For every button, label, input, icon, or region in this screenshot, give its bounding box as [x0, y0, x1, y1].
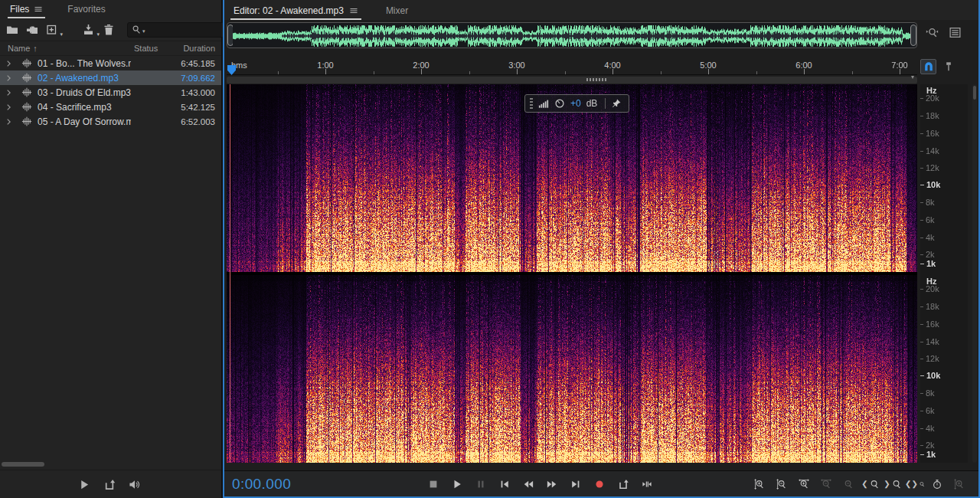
file-row[interactable]: 03 - Druids Of Eld.mp31:43.000 [0, 85, 221, 100]
record-button[interactable] [590, 475, 609, 493]
zoom-navigate-icon[interactable] [926, 26, 939, 39]
column-status[interactable]: Status [134, 44, 174, 53]
play-icon [452, 479, 462, 490]
ruler-major-tick [708, 69, 709, 74]
loop-icon [618, 479, 629, 490]
freq-label: 10k [920, 180, 940, 189]
ruler-time-label: 6:00 [795, 61, 812, 70]
file-row[interactable]: 05 - A Day Of Sorrow.mp36:52.003 [0, 114, 221, 129]
spectrogram-display[interactable]: +0 dB [227, 84, 917, 463]
hud-pin-icon[interactable] [611, 98, 622, 109]
gain-value[interactable]: +0 [570, 98, 581, 109]
freq-label: 18k [920, 111, 939, 120]
freq-label-text: 1k [926, 450, 936, 459]
chevron-right-icon[interactable] [5, 103, 13, 111]
skip-to-start-button[interactable] [495, 475, 514, 493]
tab-favorites[interactable]: Favorites [65, 1, 107, 18]
column-duration[interactable]: Duration [174, 44, 221, 53]
editor-hscrollbar[interactable]: ▾ [227, 77, 917, 84]
freq-label: 1k [920, 259, 936, 268]
spectrogram-channel-2[interactable] [227, 275, 917, 463]
freq-tick [920, 238, 923, 238]
file-row[interactable]: 01 - Bo... The Wolves.mp36:45.185 [0, 56, 221, 70]
zoom-out-vertical-button[interactable] [772, 475, 792, 493]
file-row[interactable]: 04 - Sacrifice.mp35:42.125 [0, 100, 221, 114]
chevron-right-icon[interactable] [5, 118, 13, 126]
delete-button[interactable] [103, 23, 115, 37]
freq-label-text: 16k [926, 129, 939, 138]
insert-into-multitrack-button[interactable]: ▾ [83, 23, 95, 37]
gain-hud[interactable]: +0 dB [524, 94, 629, 113]
tab-mixer[interactable]: Mixer [383, 2, 411, 20]
new-content-button[interactable]: ▾ [46, 23, 58, 37]
file-row[interactable]: 02 - Awakened.mp37:09.662 [0, 70, 221, 85]
overview-icons [926, 26, 962, 39]
waveform-overview[interactable] [227, 22, 917, 48]
hud-drag-handle[interactable] [530, 98, 533, 109]
zoom-vertical-alt-button[interactable] [949, 475, 969, 493]
rewind-button[interactable] [518, 475, 538, 493]
dropdown-caret-icon[interactable]: ▾ [96, 31, 100, 38]
zoom-to-selection-button[interactable]: ❮❯ [905, 475, 925, 493]
freq-tick [920, 133, 923, 134]
zoom-timed-button[interactable] [927, 475, 947, 493]
tab-editor[interactable]: Editor: 02 - Awakened.mp3 [230, 2, 361, 20]
play-button[interactable] [447, 475, 467, 493]
chevron-right-icon[interactable] [5, 74, 13, 82]
freq-label-text: 8k [926, 388, 935, 398]
pause-icon [475, 479, 486, 490]
zoom-in-vertical-button[interactable] [750, 475, 769, 493]
gain-knob-icon[interactable] [554, 98, 565, 109]
panel-menu-icon[interactable] [34, 5, 43, 14]
search-caret-icon: ▾ [142, 28, 145, 34]
freq-label-text: 18k [926, 302, 939, 311]
ruler-minor-tick [565, 71, 566, 74]
open-file-button[interactable] [6, 23, 18, 37]
panel-options-icon[interactable] [949, 26, 962, 39]
zoom-out-horizontal-button[interactable] [816, 475, 836, 493]
preview-autoplay-button[interactable] [129, 479, 141, 490]
files-hscrollbar[interactable] [2, 462, 44, 467]
editor-vscrollbar[interactable] [972, 84, 977, 463]
zoom-to-out-point-button[interactable]: ❯ [883, 475, 903, 493]
tab-favorites-label: Favorites [67, 4, 105, 15]
ruler-minor-tick [852, 71, 853, 74]
hud-divider [605, 98, 606, 109]
zoom-in-horizontal-button[interactable] [794, 475, 814, 493]
stop-button[interactable] [423, 475, 443, 493]
skip-to-end-button[interactable] [566, 475, 586, 493]
zoom-to-in-point-button[interactable]: ❮ [861, 475, 880, 493]
loop-playback-button[interactable] [613, 475, 633, 493]
snap-toggle[interactable] [920, 59, 936, 74]
vscrollbar-thumb[interactable] [973, 86, 976, 100]
zoom-brace-glyph: ❮ [861, 480, 867, 488]
playhead-marker[interactable] [227, 65, 236, 75]
freq-label: 12k [920, 354, 939, 363]
freq-label-text: 10k [926, 180, 940, 189]
freq-label: 8k [920, 198, 935, 207]
time-display[interactable]: 0:00.000 [232, 476, 291, 493]
panel-menu-icon[interactable] [349, 6, 358, 15]
scrollbar-grip[interactable] [586, 78, 606, 81]
chevron-right-icon[interactable] [5, 60, 13, 67]
marker-tool[interactable] [940, 59, 956, 74]
sort-arrow-icon: ↑ [33, 44, 38, 53]
chevron-right-icon[interactable] [5, 89, 13, 97]
preview-play-button[interactable] [78, 479, 90, 490]
timeline-ruler[interactable]: hms 1:002:003:004:005:006:007:00 [227, 58, 917, 75]
skip-selection-button[interactable] [637, 475, 657, 493]
column-name[interactable]: Name ↑ [0, 44, 134, 53]
import-files-button[interactable] [26, 23, 38, 37]
dropdown-caret-icon[interactable]: ▾ [60, 31, 63, 38]
zoom-reset-button[interactable] [838, 475, 858, 493]
file-duration: 1:43.000 [171, 88, 221, 97]
zoom-to-in-point-icon [869, 479, 880, 490]
pause-button[interactable] [471, 475, 491, 493]
overview-waveform-canvas[interactable] [233, 25, 913, 47]
fast-forward-button[interactable] [542, 475, 562, 493]
magnet-icon [923, 61, 934, 72]
ruler-menu-caret-icon[interactable]: ▾ [911, 74, 914, 80]
preview-loop-button[interactable] [103, 479, 116, 490]
ruler-time-label: 1:00 [317, 61, 333, 70]
tab-files[interactable]: Files [8, 1, 45, 18]
